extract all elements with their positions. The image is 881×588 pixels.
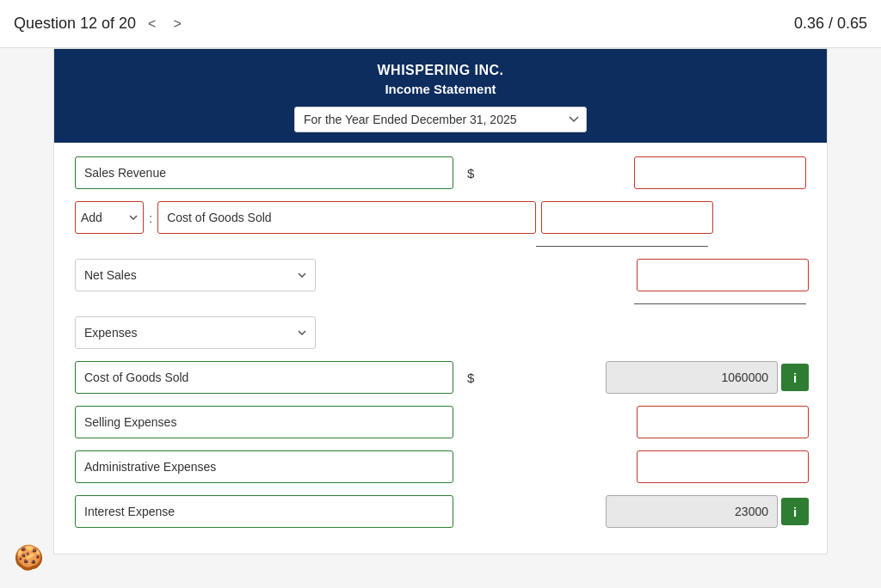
selling-expenses-input[interactable] — [637, 406, 809, 438]
sales-revenue-input[interactable] — [634, 156, 806, 189]
interest-expense-input[interactable] — [606, 495, 778, 528]
interest-expense-row: i — [75, 495, 806, 528]
dollar-sign-1: $ — [467, 166, 474, 181]
sales-revenue-row: $ — [75, 156, 806, 189]
score-display: 0.36 / 0.65 — [794, 15, 867, 33]
underline-2 — [634, 303, 806, 304]
cookie-icon: 🍪 — [14, 543, 45, 574]
card-header: WHISPERING INC. Income Statement For the… — [54, 49, 827, 143]
sales-revenue-label[interactable] — [75, 156, 453, 189]
dollar-sign-2: $ — [467, 371, 474, 385]
net-sales-select[interactable]: Net Sales — [75, 259, 316, 291]
interest-expense-info-button[interactable]: i — [781, 498, 809, 525]
add-row: Add : — [75, 201, 806, 234]
prev-button[interactable]: < — [143, 13, 161, 35]
net-sales-row: Net Sales — [75, 259, 806, 291]
admin-expenses-label[interactable] — [75, 450, 453, 483]
top-bar-left: Question 12 of 20 < > — [14, 13, 187, 35]
period-select[interactable]: For the Year Ended December 31, 2025 — [294, 107, 587, 132]
selling-expenses-row — [75, 406, 806, 438]
next-button[interactable]: > — [168, 13, 186, 35]
expenses-row: Expenses — [75, 316, 806, 349]
main-content: WHISPERING INC. Income Statement For the… — [0, 48, 881, 572]
cogs-input[interactable] — [606, 361, 778, 394]
cogs-value-group: i — [606, 361, 806, 394]
colon: : — [149, 211, 152, 225]
admin-expenses-input[interactable] — [637, 450, 809, 483]
net-sales-input[interactable] — [637, 259, 809, 291]
cogs-info-button[interactable]: i — [781, 364, 809, 391]
question-counter: Question 12 of 20 — [14, 15, 136, 33]
expenses-select[interactable]: Expenses — [75, 316, 316, 349]
income-statement-card: WHISPERING INC. Income Statement For the… — [53, 48, 828, 554]
selling-expenses-label[interactable] — [75, 406, 453, 438]
admin-expenses-row — [75, 450, 806, 483]
form-section: $ Add : Net Sales — [54, 143, 827, 554]
cogs-label[interactable] — [75, 361, 453, 394]
add-select[interactable]: Add — [75, 201, 144, 234]
top-bar: Question 12 of 20 < > 0.36 / 0.65 — [0, 0, 881, 48]
add-value-input[interactable] — [541, 201, 713, 234]
cogs-row: $ i — [75, 361, 806, 394]
statement-title: Income Statement — [71, 82, 810, 96]
interest-expense-label[interactable] — [75, 495, 453, 528]
underline-1 — [536, 246, 708, 247]
company-name: WHISPERING INC. — [71, 63, 810, 78]
period-selector-row: For the Year Ended December 31, 2025 — [71, 107, 810, 132]
add-label-input[interactable] — [157, 201, 536, 234]
